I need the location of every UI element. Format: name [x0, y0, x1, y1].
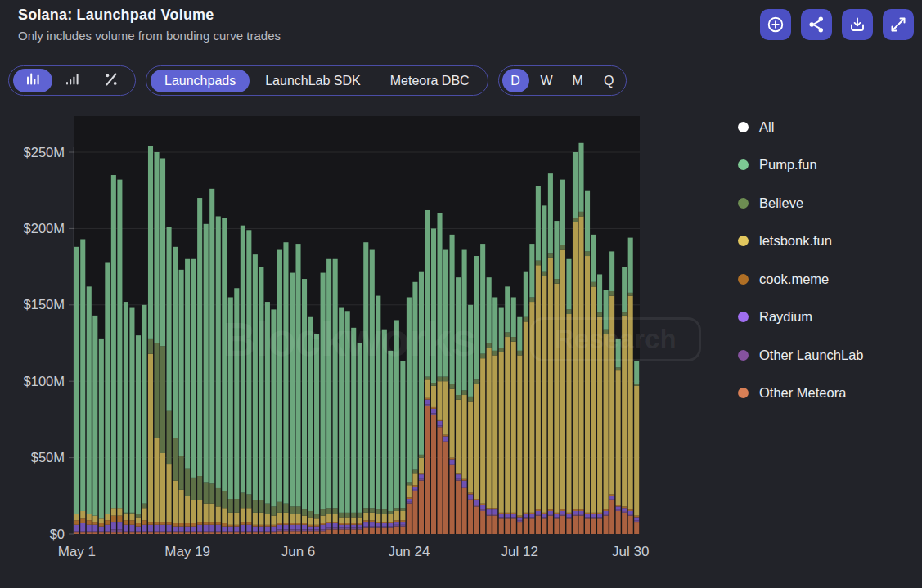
bar-day-33[interactable]	[277, 250, 282, 534]
bar-day-16[interactable]	[173, 247, 178, 534]
share-button[interactable]	[801, 9, 832, 40]
bar-day-6[interactable]	[111, 175, 116, 534]
bar-day-36[interactable]	[295, 244, 300, 534]
bar-day-27[interactable]	[241, 226, 245, 534]
bar-day-58[interactable]	[431, 228, 436, 534]
bar-day-81[interactable]	[573, 152, 578, 534]
bar-day-73[interactable]	[524, 272, 528, 534]
granularity-d[interactable]: D	[502, 69, 529, 92]
bar-day-39[interactable]	[314, 334, 319, 534]
granularity-q[interactable]: Q	[596, 69, 623, 92]
bar-day-28[interactable]	[246, 230, 251, 534]
bar-day-89[interactable]	[622, 267, 627, 534]
bar-day-49[interactable]	[376, 296, 380, 534]
legend-item-letsbonk-fun[interactable]: letsbonk.fun	[738, 232, 864, 250]
bar-day-3[interactable]	[92, 316, 97, 534]
bar-day-54[interactable]	[407, 297, 412, 534]
bar-day-63[interactable]	[462, 250, 467, 534]
bar-day-67[interactable]	[487, 277, 492, 534]
bar-day-40[interactable]	[321, 273, 326, 534]
bar-day-15[interactable]	[167, 227, 172, 534]
bar-day-25[interactable]	[228, 297, 233, 534]
bar-day-69[interactable]	[499, 308, 504, 534]
bar-day-88[interactable]	[616, 339, 621, 534]
bar-day-32[interactable]	[271, 309, 276, 534]
chart-type-ascending-bar-chart[interactable]	[52, 69, 92, 92]
bar-day-65[interactable]	[474, 256, 479, 534]
bar-day-74[interactable]	[529, 244, 534, 534]
bar-day-87[interactable]	[609, 251, 614, 534]
bar-day-72[interactable]	[517, 317, 522, 534]
fullscreen-button[interactable]	[883, 9, 914, 40]
bar-day-7[interactable]	[117, 180, 122, 534]
bar-day-9[interactable]	[129, 308, 134, 534]
bar-day-57[interactable]	[425, 210, 430, 534]
bar-day-10[interactable]	[136, 335, 141, 534]
bar-day-84[interactable]	[591, 235, 596, 534]
bar-day-43[interactable]	[339, 308, 344, 534]
bar-day-38[interactable]	[308, 317, 313, 534]
bar-day-1[interactable]	[80, 239, 85, 534]
bar-day-60[interactable]	[443, 250, 448, 534]
legend-item-cook-meme[interactable]: cook.meme	[738, 270, 864, 288]
bar-day-11[interactable]	[142, 305, 146, 534]
bar-day-46[interactable]	[358, 343, 362, 535]
bar-day-5[interactable]	[105, 263, 110, 535]
bar-day-56[interactable]	[419, 272, 424, 534]
bar-day-86[interactable]	[604, 290, 609, 534]
bar-day-66[interactable]	[480, 244, 485, 534]
bar-day-62[interactable]	[456, 277, 461, 534]
bar-day-29[interactable]	[253, 254, 258, 534]
bar-day-50[interactable]	[382, 330, 387, 534]
legend-item-pump-fun[interactable]: Pump.fun	[738, 156, 864, 174]
bar-day-55[interactable]	[412, 282, 417, 534]
tab-launchlab-sdk[interactable]: LaunchLab SDK	[251, 70, 375, 92]
bar-day-77[interactable]	[548, 173, 553, 534]
legend-item-raydium[interactable]: Raydium	[738, 308, 864, 326]
granularity-w[interactable]: W	[533, 69, 560, 92]
legend-item-other-meteora[interactable]: Other Meteora	[738, 384, 864, 402]
bar-day-59[interactable]	[437, 213, 442, 534]
legend-item-other-launchlab[interactable]: Other LaunchLab	[738, 346, 864, 364]
bar-day-2[interactable]	[87, 286, 92, 534]
bar-day-76[interactable]	[542, 205, 546, 534]
bar-day-70[interactable]	[505, 286, 510, 534]
bar-day-0[interactable]	[74, 247, 79, 534]
bar-day-42[interactable]	[333, 259, 338, 534]
bar-day-34[interactable]	[283, 242, 288, 534]
export-image-button[interactable]	[842, 9, 873, 40]
bar-day-80[interactable]	[566, 259, 571, 534]
bar-day-45[interactable]	[351, 328, 356, 534]
bar-day-41[interactable]	[326, 259, 331, 534]
bar-day-20[interactable]	[197, 198, 202, 534]
bar-day-68[interactable]	[492, 297, 497, 534]
bar-day-35[interactable]	[290, 273, 295, 534]
bar-day-24[interactable]	[222, 218, 227, 534]
chart-type-stacked-bar-chart[interactable]	[13, 69, 52, 92]
bar-day-90[interactable]	[628, 238, 633, 534]
bar-day-47[interactable]	[363, 242, 368, 534]
bar-day-30[interactable]	[259, 267, 263, 534]
bar-day-91[interactable]	[634, 361, 639, 534]
bar-day-78[interactable]	[554, 221, 559, 534]
bar-day-53[interactable]	[400, 361, 405, 534]
bar-day-26[interactable]	[234, 288, 239, 534]
bar-day-85[interactable]	[597, 274, 602, 534]
legend-item-believe[interactable]: Believe	[738, 194, 864, 212]
bar-day-51[interactable]	[388, 351, 393, 534]
bar-day-75[interactable]	[536, 186, 541, 534]
bar-day-52[interactable]	[394, 320, 399, 534]
bar-day-13[interactable]	[154, 152, 159, 534]
bar-day-44[interactable]	[345, 311, 350, 534]
bar-day-48[interactable]	[370, 250, 375, 534]
bar-day-19[interactable]	[191, 259, 196, 534]
bar-day-12[interactable]	[148, 146, 153, 534]
bar-day-21[interactable]	[204, 224, 209, 534]
tab-meteora-dbc[interactable]: Meteora DBC	[376, 70, 483, 92]
bar-day-71[interactable]	[511, 297, 516, 534]
zoom-in-button[interactable]	[760, 9, 791, 40]
bar-day-18[interactable]	[185, 259, 190, 534]
bar-day-4[interactable]	[99, 339, 104, 534]
bar-day-64[interactable]	[468, 305, 473, 534]
bar-day-83[interactable]	[585, 191, 590, 534]
